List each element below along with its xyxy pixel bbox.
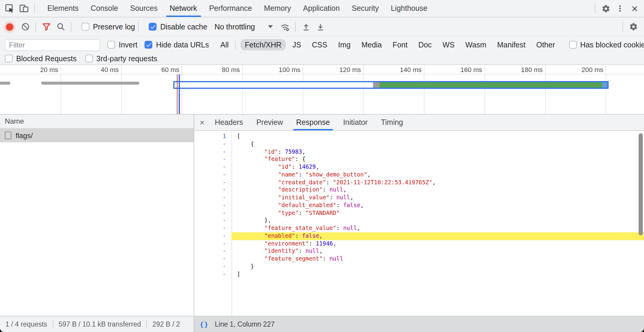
status-bar: 1 / 4 requests597 B / 10.1 kB transferre…	[0, 316, 644, 332]
request-name: flags/	[16, 131, 33, 140]
tab-security[interactable]: Security	[346, 0, 385, 17]
detail-tab-timing[interactable]: Timing	[374, 115, 410, 130]
code-line: - "feature_state_value": null,	[194, 225, 644, 232]
detail-tab-headers[interactable]: Headers	[208, 115, 250, 130]
event-line-blue-event	[179, 74, 180, 114]
resource-chip-css[interactable]: CSS	[308, 39, 331, 50]
resource-chip-wasm[interactable]: Wasm	[461, 39, 490, 50]
status-item: 292 B / 2	[152, 321, 180, 328]
resource-chip-fetch-xhr[interactable]: Fetch/XHR	[241, 39, 286, 50]
checkbox-box[interactable]	[145, 41, 153, 49]
timeline-tick-label: 160 ms	[440, 66, 482, 73]
checkbox-box[interactable]	[82, 23, 89, 31]
document-icon	[5, 131, 11, 139]
import-har-icon[interactable]	[299, 20, 313, 34]
response-code: 1[- {- "id": 75983,- "feature": {- "id":…	[194, 133, 644, 278]
checkbox-box[interactable]	[85, 55, 93, 62]
code-line: - },	[194, 217, 644, 225]
selected-request-bar[interactable]	[173, 81, 609, 89]
tab-console[interactable]: Console	[85, 0, 124, 17]
editor-scrollbar-thumb[interactable]	[639, 133, 643, 235]
tab-network[interactable]: Network	[164, 0, 203, 17]
resource-chip-img[interactable]: Img	[334, 39, 355, 50]
detail-tab-response[interactable]: Response	[290, 115, 337, 130]
detail-tabbar: × HeadersPreviewResponseInitiatorTiming	[194, 115, 644, 131]
tab-sources[interactable]: Sources	[124, 0, 164, 17]
throttling-select[interactable]: No throttling	[214, 23, 273, 31]
network-conditions-icon[interactable]	[278, 20, 292, 34]
disable-cache-checkbox[interactable]: Disable cache	[149, 23, 207, 31]
detail-tab-preview[interactable]: Preview	[250, 115, 290, 130]
line-number: -	[194, 163, 231, 171]
name-column-header[interactable]: Name	[0, 115, 194, 128]
format-json-icon[interactable]: {}	[200, 320, 209, 328]
has-blocked-cookies-checkbox[interactable]: Has blocked cookies	[569, 41, 644, 49]
checkbox-box[interactable]	[5, 55, 13, 62]
record-icon[interactable]	[6, 23, 13, 30]
checkbox-label: Has blocked cookies	[580, 41, 644, 49]
resource-chip-ws[interactable]: WS	[438, 39, 459, 50]
filter-funnel-icon[interactable]	[39, 20, 53, 34]
hide-data-urls-checkbox[interactable]: Hide data URLs	[145, 41, 209, 49]
timeline-overview[interactable]: 20 ms40 ms60 ms80 ms100 ms120 ms140 ms16…	[0, 64, 644, 115]
network-settings-gear-icon[interactable]	[626, 20, 640, 34]
blocked-requests-checkbox[interactable]: Blocked Requests	[5, 54, 77, 63]
chevron-down-icon	[268, 25, 273, 28]
tab-elements[interactable]: Elements	[41, 0, 85, 17]
settings-gear-icon[interactable]	[598, 1, 613, 16]
status-item: 597 B / 10.1 kB transferred	[58, 321, 141, 328]
line-number: -	[194, 186, 231, 194]
resource-chip-js[interactable]: JS	[288, 39, 305, 50]
line-number: -	[194, 156, 231, 164]
filter-input[interactable]	[5, 39, 100, 51]
tab-application[interactable]: Application	[297, 0, 346, 17]
line-number: -	[194, 194, 231, 202]
filter-bar: Invert Hide data URLs AllFetch/XHRJSCSSI…	[0, 37, 644, 53]
detail-tab-initiator[interactable]: Initiator	[336, 115, 374, 130]
close-icon[interactable]	[627, 1, 642, 16]
status-bar-right: {} Line 1, Column 227	[194, 316, 644, 332]
network-toolbar: Preserve log Disable cache No throttling	[0, 17, 644, 37]
waterfall-bar[interactable]	[41, 82, 139, 84]
search-icon[interactable]	[53, 20, 68, 34]
checkbox-label: Invert	[119, 41, 138, 49]
line-number: -	[194, 248, 231, 255]
preserve-log-checkbox[interactable]: Preserve log	[82, 23, 135, 31]
third-party-requests-checkbox[interactable]: 3rd-party requests	[85, 54, 157, 63]
request-row-flags[interactable]: flags/	[0, 128, 194, 142]
close-detail-icon[interactable]: ×	[200, 118, 204, 127]
toolbar-divider	[295, 22, 296, 32]
resource-chip-doc[interactable]: Doc	[414, 39, 436, 50]
more-options-kebab-icon[interactable]	[613, 1, 627, 16]
resource-chip-all[interactable]: All	[216, 39, 233, 50]
timeline-tick-label: 20 ms	[16, 66, 58, 73]
clear-icon[interactable]	[18, 20, 32, 34]
checkbox-box[interactable]	[569, 41, 577, 49]
waterfall-bar[interactable]	[0, 82, 10, 84]
resource-chip-font[interactable]: Font	[389, 39, 412, 50]
inspect-icon[interactable]	[2, 1, 17, 16]
code-text: "enabled": false,	[231, 232, 644, 240]
response-editor[interactable]: 1[- {- "id": 75983,- "feature": {- "id":…	[194, 131, 644, 316]
resource-chip-media[interactable]: Media	[357, 39, 386, 50]
line-number: -	[194, 270, 231, 278]
export-har-icon[interactable]	[313, 20, 327, 34]
invert-checkbox[interactable]: Invert	[107, 41, 138, 49]
network-main-area: Name flags/ × HeadersPreviewResponseInit…	[0, 115, 644, 316]
checkbox-box[interactable]	[107, 41, 115, 49]
checkbox-box[interactable]	[149, 23, 157, 31]
tab-performance[interactable]: Performance	[203, 0, 258, 17]
toolbar-divider	[595, 4, 595, 13]
toolbar-divider	[622, 22, 623, 32]
tab-memory[interactable]: Memory	[258, 0, 297, 17]
device-toolbar-icon[interactable]	[17, 1, 31, 16]
line-number: -	[194, 171, 231, 179]
resource-chip-manifest[interactable]: Manifest	[493, 39, 530, 50]
code-line: - "feature": {	[194, 156, 644, 164]
resource-type-chips: AllFetch/XHRJSCSSImgMediaFontDocWSWasmMa…	[214, 39, 559, 50]
code-line: - "created_date": "2021-11-12T10:22:53.4…	[194, 179, 644, 186]
resource-chip-other[interactable]: Other	[532, 39, 559, 50]
tab-lighthouse[interactable]: Lighthouse	[385, 0, 433, 17]
code-line: - }	[194, 263, 644, 271]
timeline-gridline	[303, 65, 303, 114]
